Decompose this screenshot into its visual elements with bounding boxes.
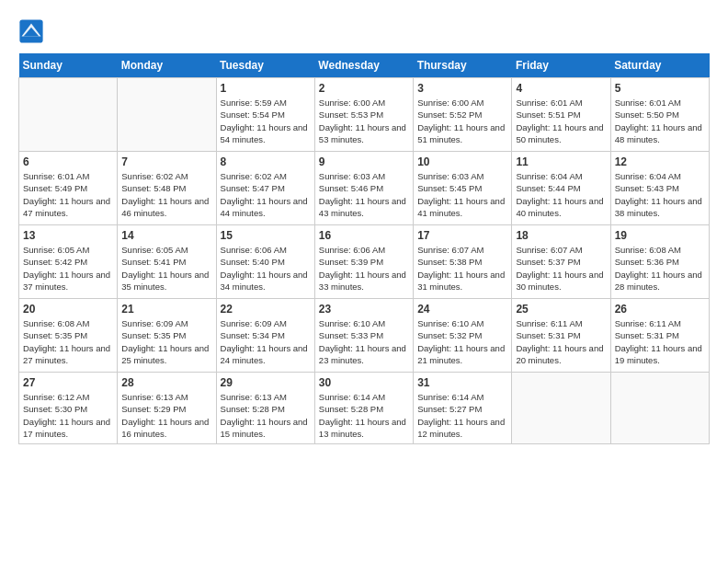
day-info: Sunrise: 6:00 AM Sunset: 5:53 PM Dayligh… (319, 97, 409, 145)
day-of-week-header: Sunday (19, 53, 118, 78)
calendar-cell: 27Sunrise: 6:12 AM Sunset: 5:30 PM Dayli… (19, 373, 118, 444)
calendar-cell: 28Sunrise: 6:13 AM Sunset: 5:29 PM Dayli… (118, 373, 216, 444)
day-number: 15 (221, 229, 311, 242)
day-info: Sunrise: 6:01 AM Sunset: 5:51 PM Dayligh… (516, 97, 606, 145)
calendar-week-row: 1Sunrise: 5:59 AM Sunset: 5:54 PM Daylig… (19, 78, 710, 152)
logo-icon (18, 18, 44, 44)
calendar-cell: 9Sunrise: 6:03 AM Sunset: 5:46 PM Daylig… (314, 152, 413, 225)
day-number: 21 (121, 303, 211, 316)
day-number: 4 (516, 82, 606, 95)
day-of-week-header: Friday (512, 53, 610, 78)
calendar-cell: 20Sunrise: 6:08 AM Sunset: 5:35 PM Dayli… (19, 299, 118, 373)
day-info: Sunrise: 6:05 AM Sunset: 5:41 PM Dayligh… (121, 244, 211, 293)
calendar-cell: 6Sunrise: 6:01 AM Sunset: 5:49 PM Daylig… (19, 152, 118, 225)
calendar-week-row: 20Sunrise: 6:08 AM Sunset: 5:35 PM Dayli… (19, 299, 710, 373)
day-of-week-header: Thursday (414, 53, 512, 78)
calendar-cell: 8Sunrise: 6:02 AM Sunset: 5:47 PM Daylig… (216, 152, 314, 225)
day-info: Sunrise: 6:13 AM Sunset: 5:29 PM Dayligh… (121, 391, 211, 440)
calendar-cell: 18Sunrise: 6:07 AM Sunset: 5:37 PM Dayli… (512, 225, 610, 299)
calendar-header-row: SundayMondayTuesdayWednesdayThursdayFrid… (19, 53, 710, 78)
calendar-cell: 15Sunrise: 6:06 AM Sunset: 5:40 PM Dayli… (216, 225, 314, 299)
day-info: Sunrise: 6:11 AM Sunset: 5:31 PM Dayligh… (615, 317, 705, 366)
day-number: 12 (615, 155, 705, 168)
day-number: 24 (417, 303, 507, 316)
day-number: 22 (221, 303, 311, 316)
day-of-week-header: Monday (118, 53, 216, 78)
day-number: 17 (417, 229, 507, 242)
calendar-cell: 22Sunrise: 6:09 AM Sunset: 5:34 PM Dayli… (216, 299, 314, 373)
calendar-cell: 23Sunrise: 6:10 AM Sunset: 5:33 PM Dayli… (314, 299, 413, 373)
day-info: Sunrise: 6:01 AM Sunset: 5:50 PM Dayligh… (615, 97, 705, 145)
calendar-cell: 21Sunrise: 6:09 AM Sunset: 5:35 PM Dayli… (118, 299, 216, 373)
day-info: Sunrise: 6:02 AM Sunset: 5:48 PM Dayligh… (121, 170, 211, 219)
day-info: Sunrise: 6:12 AM Sunset: 5:30 PM Dayligh… (23, 391, 113, 440)
calendar-cell: 3Sunrise: 6:00 AM Sunset: 5:52 PM Daylig… (414, 78, 512, 152)
day-info: Sunrise: 6:13 AM Sunset: 5:28 PM Dayligh… (221, 391, 311, 440)
day-info: Sunrise: 6:02 AM Sunset: 5:47 PM Dayligh… (221, 170, 311, 219)
day-info: Sunrise: 6:06 AM Sunset: 5:39 PM Dayligh… (319, 244, 409, 293)
day-info: Sunrise: 6:07 AM Sunset: 5:37 PM Dayligh… (516, 244, 606, 293)
day-number: 28 (121, 376, 211, 389)
calendar-cell: 4Sunrise: 6:01 AM Sunset: 5:51 PM Daylig… (512, 78, 610, 152)
day-number: 8 (221, 155, 311, 168)
day-number: 11 (516, 155, 606, 168)
day-number: 27 (23, 376, 113, 389)
calendar-cell (512, 373, 610, 444)
calendar-week-row: 6Sunrise: 6:01 AM Sunset: 5:49 PM Daylig… (19, 152, 710, 225)
day-number: 18 (516, 229, 606, 242)
calendar-cell: 26Sunrise: 6:11 AM Sunset: 5:31 PM Dayli… (610, 299, 709, 373)
calendar-cell: 12Sunrise: 6:04 AM Sunset: 5:43 PM Dayli… (610, 152, 709, 225)
day-number: 2 (319, 82, 409, 95)
day-info: Sunrise: 6:08 AM Sunset: 5:35 PM Dayligh… (23, 317, 113, 366)
day-info: Sunrise: 6:08 AM Sunset: 5:36 PM Dayligh… (615, 244, 705, 293)
day-number: 30 (319, 376, 409, 389)
day-number: 19 (615, 229, 705, 242)
day-info: Sunrise: 6:03 AM Sunset: 5:46 PM Dayligh… (319, 170, 409, 219)
day-number: 1 (221, 82, 311, 95)
day-info: Sunrise: 6:05 AM Sunset: 5:42 PM Dayligh… (23, 244, 113, 293)
calendar-cell: 1Sunrise: 5:59 AM Sunset: 5:54 PM Daylig… (216, 78, 314, 152)
calendar-cell (118, 78, 216, 152)
calendar-cell: 25Sunrise: 6:11 AM Sunset: 5:31 PM Dayli… (512, 299, 610, 373)
day-info: Sunrise: 6:07 AM Sunset: 5:38 PM Dayligh… (417, 244, 507, 293)
calendar-cell: 29Sunrise: 6:13 AM Sunset: 5:28 PM Dayli… (216, 373, 314, 444)
day-number: 25 (516, 303, 606, 316)
calendar-cell: 19Sunrise: 6:08 AM Sunset: 5:36 PM Dayli… (610, 225, 709, 299)
logo (18, 18, 48, 44)
header (18, 18, 710, 44)
day-info: Sunrise: 6:10 AM Sunset: 5:32 PM Dayligh… (417, 317, 507, 366)
calendar-cell: 24Sunrise: 6:10 AM Sunset: 5:32 PM Dayli… (414, 299, 512, 373)
day-number: 23 (319, 303, 409, 316)
calendar: SundayMondayTuesdayWednesdayThursdayFrid… (18, 53, 710, 444)
day-info: Sunrise: 6:00 AM Sunset: 5:52 PM Dayligh… (417, 97, 507, 145)
day-info: Sunrise: 6:04 AM Sunset: 5:44 PM Dayligh… (516, 170, 606, 219)
day-number: 29 (221, 376, 311, 389)
calendar-cell: 13Sunrise: 6:05 AM Sunset: 5:42 PM Dayli… (19, 225, 118, 299)
day-of-week-header: Tuesday (216, 53, 314, 78)
day-info: Sunrise: 5:59 AM Sunset: 5:54 PM Dayligh… (221, 97, 311, 145)
calendar-week-row: 13Sunrise: 6:05 AM Sunset: 5:42 PM Dayli… (19, 225, 710, 299)
calendar-week-row: 27Sunrise: 6:12 AM Sunset: 5:30 PM Dayli… (19, 373, 710, 444)
day-info: Sunrise: 6:14 AM Sunset: 5:27 PM Dayligh… (417, 391, 507, 440)
day-number: 20 (23, 303, 113, 316)
day-number: 7 (121, 155, 211, 168)
day-number: 14 (121, 229, 211, 242)
day-of-week-header: Saturday (610, 53, 709, 78)
calendar-cell: 5Sunrise: 6:01 AM Sunset: 5:50 PM Daylig… (610, 78, 709, 152)
day-info: Sunrise: 6:09 AM Sunset: 5:34 PM Dayligh… (221, 317, 311, 366)
calendar-cell (610, 373, 709, 444)
day-info: Sunrise: 6:09 AM Sunset: 5:35 PM Dayligh… (121, 317, 211, 366)
calendar-cell: 14Sunrise: 6:05 AM Sunset: 5:41 PM Dayli… (118, 225, 216, 299)
calendar-cell: 31Sunrise: 6:14 AM Sunset: 5:27 PM Dayli… (414, 373, 512, 444)
day-number: 5 (615, 82, 705, 95)
calendar-cell: 11Sunrise: 6:04 AM Sunset: 5:44 PM Dayli… (512, 152, 610, 225)
day-info: Sunrise: 6:01 AM Sunset: 5:49 PM Dayligh… (23, 170, 113, 219)
day-number: 13 (23, 229, 113, 242)
day-number: 16 (319, 229, 409, 242)
day-info: Sunrise: 6:03 AM Sunset: 5:45 PM Dayligh… (417, 170, 507, 219)
day-number: 9 (319, 155, 409, 168)
calendar-cell: 2Sunrise: 6:00 AM Sunset: 5:53 PM Daylig… (314, 78, 413, 152)
day-number: 26 (615, 303, 705, 316)
day-info: Sunrise: 6:14 AM Sunset: 5:28 PM Dayligh… (319, 391, 409, 440)
day-info: Sunrise: 6:10 AM Sunset: 5:33 PM Dayligh… (319, 317, 409, 366)
